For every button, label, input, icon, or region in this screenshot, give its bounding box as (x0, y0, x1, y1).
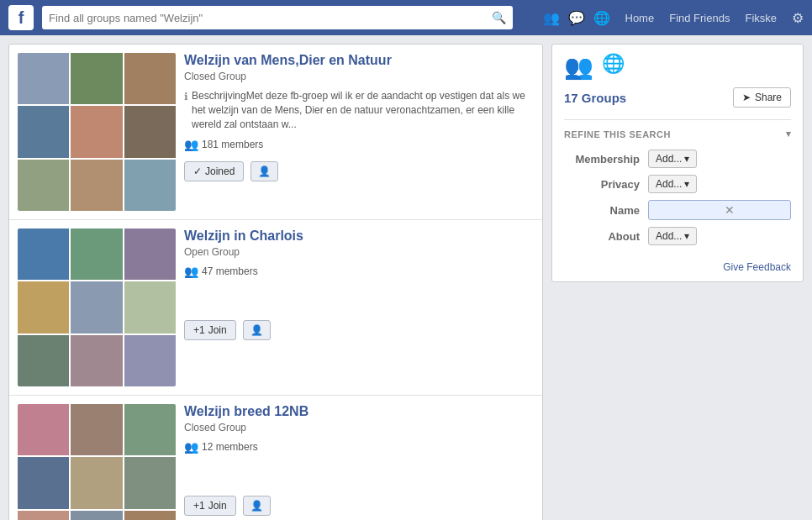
name-input-wrapper: welzijn ✕ (648, 200, 791, 220)
plus-icon: +1 (193, 500, 205, 512)
join-label: Join (208, 500, 227, 512)
group-info: Welzijn van Mens,Dier en Natuur Closed G… (184, 53, 534, 211)
members-count-text: 47 members (202, 265, 258, 277)
nav-icons: 👥 💬 🌐 (543, 10, 610, 26)
group-photo-grid (18, 228, 176, 386)
group-name-link[interactable]: Welzijn in Charlois (184, 228, 534, 244)
share-label: Share (755, 92, 782, 103)
group-item: Welzijn van Mens,Dier en Natuur Closed G… (9, 45, 542, 220)
dropdown-icon: ▾ (684, 153, 689, 165)
dropdown-icon: ▾ (684, 178, 689, 190)
group-photo-grid (18, 53, 176, 211)
facebook-logo[interactable]: f (8, 5, 34, 30)
name-row: Name welzijn ✕ (564, 200, 791, 220)
search-icon[interactable]: 🔍 (492, 11, 506, 24)
suggest-icon: 👤 (250, 500, 263, 512)
group-name-link[interactable]: Welzijn van Mens,Dier en Natuur (184, 53, 534, 68)
group-photo (71, 404, 122, 455)
group-name-link[interactable]: Welzijn breed 12NB (184, 404, 534, 419)
name-value: welzijn ✕ (648, 200, 791, 220)
suggest-button[interactable]: 👤 (250, 161, 278, 181)
messages-icon[interactable]: 💬 (568, 10, 585, 26)
settings-icon[interactable]: ⚙ (792, 10, 804, 26)
group-photo (18, 106, 69, 157)
refine-header: REFINE THIS SEARCH ▾ (564, 119, 791, 139)
group-members-count: 👥 181 members (184, 138, 534, 151)
group-photo (124, 404, 176, 455)
group-photo (124, 160, 176, 211)
add-label: Add... (656, 178, 682, 190)
membership-add-button[interactable]: Add... ▾ (648, 150, 697, 168)
nav-find-friends-link[interactable]: Find Friends (669, 12, 730, 24)
members-icon: 👥 (184, 138, 198, 151)
members-icon: 👥 (184, 440, 198, 454)
groups-count: 17 Groups (564, 91, 626, 105)
privacy-label: Privacy (564, 178, 640, 191)
suggest-icon: 👤 (250, 324, 263, 336)
group-photo (124, 228, 176, 280)
group-photo (18, 511, 69, 520)
group-photo (71, 106, 122, 157)
group-info: Welzijn breed 12NB Closed Group 👥 12 mem… (184, 404, 534, 520)
group-item: Welzijn breed 12NB Closed Group 👥 12 mem… (9, 396, 542, 520)
join-button[interactable]: +1 Join (184, 320, 236, 340)
group-photo (18, 228, 69, 280)
friends-globe-icon: 👥 (564, 53, 593, 81)
clear-name-icon[interactable]: ✕ (725, 203, 735, 217)
group-photo (124, 106, 176, 157)
members-icon: 👥 (184, 265, 198, 278)
group-type: Open Group (184, 246, 534, 258)
friends-icon[interactable]: 👥 (543, 10, 560, 26)
membership-label: Membership (564, 153, 640, 165)
privacy-value: Add... ▾ (648, 175, 791, 193)
group-actions: +1 Join 👤 (184, 496, 534, 516)
group-description: ℹ BeschrijvingMet deze fb-groep wil ik e… (184, 89, 534, 131)
name-input[interactable]: welzijn (654, 204, 721, 217)
group-photo (124, 511, 176, 520)
join-button[interactable]: +1 Join (184, 496, 236, 516)
about-value: Add... ▾ (648, 227, 791, 245)
notifications-icon[interactable]: 🌐 (593, 10, 610, 26)
group-actions: +1 Join 👤 (184, 320, 534, 340)
group-photo-grid (18, 404, 176, 520)
nav-user-link[interactable]: Fikske (745, 12, 777, 24)
group-photo (71, 53, 122, 104)
add-label: Add... (656, 153, 682, 165)
group-item: Welzijn in Charlois Open Group 👥 47 memb… (9, 220, 542, 396)
group-photo (124, 53, 176, 104)
name-label: Name (564, 204, 640, 217)
give-feedback-link[interactable]: Give Feedback (723, 261, 791, 273)
group-photo (71, 228, 122, 280)
sidebar-header: 17 Groups ➤ Share (564, 87, 791, 108)
suggest-icon: 👤 (258, 165, 271, 177)
privacy-row: Privacy Add... ▾ (564, 175, 791, 193)
suggest-button[interactable]: 👤 (243, 320, 271, 340)
about-label: About (564, 230, 640, 243)
group-info: Welzijn in Charlois Open Group 👥 47 memb… (184, 228, 534, 386)
joined-button[interactable]: ✓ Joined (184, 161, 244, 181)
group-photo (71, 160, 122, 211)
group-photo (71, 511, 122, 520)
nav-home-link[interactable]: Home (625, 12, 655, 24)
refine-title: REFINE THIS SEARCH (564, 129, 671, 139)
add-label: Add... (656, 230, 682, 242)
membership-value: Add... ▾ (648, 150, 791, 168)
search-input[interactable]: Find all groups named "Welzijn" (49, 12, 492, 24)
share-button[interactable]: ➤ Share (733, 87, 791, 108)
group-photo (18, 404, 69, 455)
joined-label: Joined (205, 165, 235, 177)
about-row: About Add... ▾ (564, 227, 791, 245)
collapse-icon[interactable]: ▾ (786, 129, 792, 139)
search-bar: Find all groups named "Welzijn" 🔍 (42, 6, 513, 29)
main-content: Welzijn van Mens,Dier en Natuur Closed G… (0, 35, 812, 520)
suggest-button[interactable]: 👤 (243, 496, 271, 516)
dropdown-icon: ▾ (684, 230, 689, 242)
join-label: Join (208, 324, 227, 336)
plus-icon: +1 (193, 324, 205, 336)
give-feedback: Give Feedback (564, 252, 791, 273)
groups-count-text: 17 Groups (564, 91, 626, 105)
group-photo (18, 335, 69, 386)
info-icon: ℹ (184, 90, 188, 104)
privacy-add-button[interactable]: Add... ▾ (648, 175, 697, 193)
about-add-button[interactable]: Add... ▾ (648, 227, 697, 245)
